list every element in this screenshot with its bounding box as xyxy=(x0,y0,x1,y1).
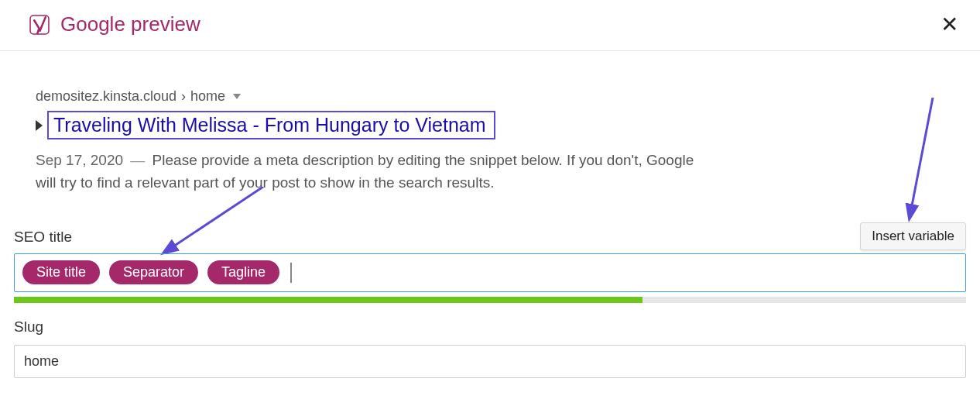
yoast-logo-icon xyxy=(29,15,50,35)
text-cursor xyxy=(290,263,292,283)
breadcrumb-path: home xyxy=(190,88,225,105)
close-button[interactable]: ✕ xyxy=(941,14,958,36)
seo-title-progress xyxy=(14,297,966,303)
close-icon: ✕ xyxy=(941,12,958,36)
seo-title-label: SEO title xyxy=(14,229,72,246)
seo-title-section: SEO title Insert variable Site title Sep… xyxy=(14,222,966,303)
serp-title[interactable]: Traveling With Melissa - From Hungary to… xyxy=(47,111,495,139)
seo-title-progress-fill xyxy=(14,297,642,303)
serp-dash: — xyxy=(130,152,145,168)
breadcrumb-separator: › xyxy=(181,88,186,105)
panel-header: Google preview ✕ xyxy=(0,0,980,51)
slug-section: Slug xyxy=(14,318,966,378)
serp-description: Sep 17, 2020 — Please provide a meta des… xyxy=(36,149,709,194)
panel-title: Google preview xyxy=(60,12,200,36)
serp-title-row[interactable]: Traveling With Melissa - From Hungary to… xyxy=(36,111,966,139)
caret-down-icon xyxy=(233,94,241,99)
seo-title-input[interactable]: Site title Separator Tagline xyxy=(14,253,966,292)
panel-content: demositez.kinsta.cloud › home Traveling … xyxy=(0,51,980,394)
variable-pill-separator[interactable]: Separator xyxy=(109,260,198,284)
variable-pill-tagline[interactable]: Tagline xyxy=(207,260,279,284)
google-preview: demositez.kinsta.cloud › home Traveling … xyxy=(36,88,966,194)
collapse-caret-icon xyxy=(36,120,43,131)
slug-label: Slug xyxy=(14,318,966,336)
serp-date: Sep 17, 2020 xyxy=(36,152,123,168)
variable-pill-site-title[interactable]: Site title xyxy=(22,260,100,284)
serp-breadcrumb: demositez.kinsta.cloud › home xyxy=(36,88,966,105)
slug-input[interactable] xyxy=(14,345,966,378)
breadcrumb-host: demositez.kinsta.cloud xyxy=(36,88,176,105)
insert-variable-button[interactable]: Insert variable xyxy=(860,222,966,250)
